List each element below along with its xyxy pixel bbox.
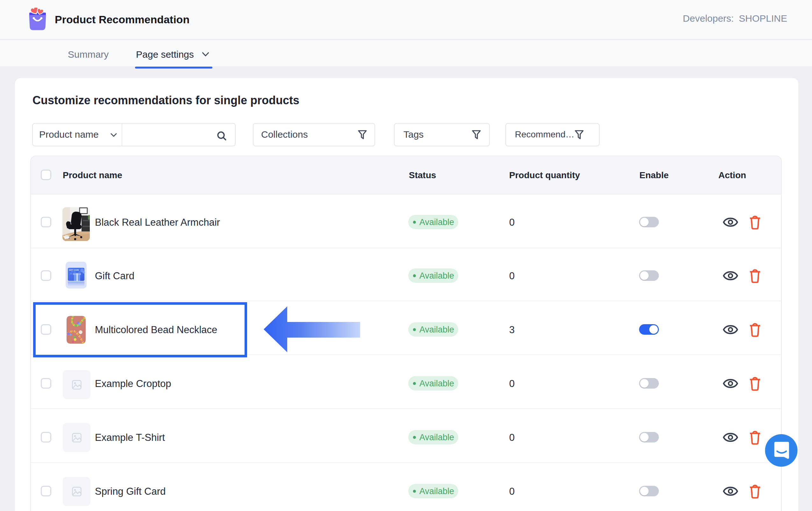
- svg-text:GIFT CARD: GIFT CARD: [69, 269, 79, 271]
